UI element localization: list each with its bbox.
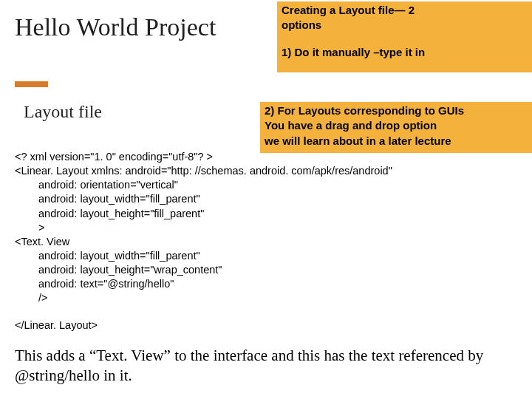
slide-title: Hello World Project [15,13,216,41]
code-line: /> [15,291,517,305]
code-line: android: text="@string/hello" [15,277,517,291]
code-line: <Text. View [15,235,517,249]
code-line: <? xml version="1. 0" encoding="utf-8"? … [15,150,517,164]
callout-top-line-1: Creating a Layout file— 2 [282,3,528,18]
callout-top: Creating a Layout file— 2 options 1) Do … [277,1,532,72]
callout-mid-line-2: You have a drag and drop option [265,118,529,133]
code-line: android: layout_height="fill_parent" [15,207,517,221]
code-line: <Linear. Layout xmlns: android="http: //… [15,164,517,178]
code-line: android: layout_width="fill_parent" [15,192,517,206]
callout-top-line-2: options [282,18,528,33]
callout-mid-line-3: we will learn about in a later lecture [265,134,529,149]
code-line: </Linear. Layout> [15,318,517,332]
code-line: android: layout_height="wrap_content" [15,263,517,277]
callout-top-line-3: 1) Do it manually –type it in [282,45,528,60]
code-line: android: orientation="vertical" [15,178,517,192]
code-block: <? xml version="1. 0" encoding="utf-8"? … [15,150,517,333]
slide: Hello World Project Layout file Creating… [0,0,532,399]
slide-subtitle: Layout file [24,102,102,122]
callout-mid: 2) For Layouts corresponding to GUIs You… [260,102,532,153]
code-line: > [15,221,517,235]
code-line: android: layout_width="fill_parent" [15,249,517,263]
callout-mid-line-1: 2) For Layouts corresponding to GUIs [265,103,529,118]
accent-bar [15,81,48,87]
body-text: This adds a “Text. View” to the interfac… [15,346,517,386]
